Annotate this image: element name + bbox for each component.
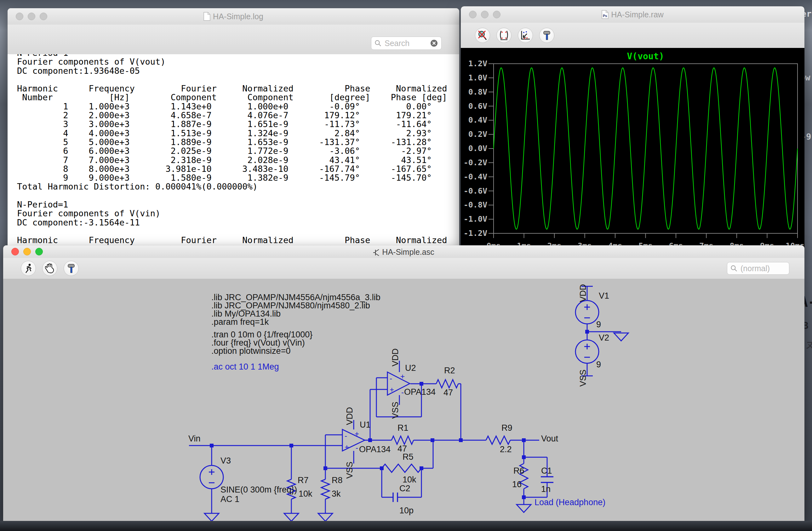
y-tick-label: -0.6V	[464, 186, 487, 196]
opamp-pin-mark: -	[345, 431, 347, 440]
log-content[interactable]: N-Period=1 Fourier components of V(vout)…	[8, 54, 459, 258]
log-toolbar	[8, 25, 459, 55]
window-title: HA-Simple.log	[8, 12, 459, 23]
desktop: er.ow-9A-Bミヌ HA-Simple.log	[0, 0, 812, 531]
log-titlebar[interactable]: HA-Simple.log	[8, 8, 459, 25]
schematic-label: R5	[403, 452, 414, 462]
schematic-label: Load (Headphone)	[535, 498, 605, 507]
schematic-label: 2.2	[500, 445, 512, 454]
y-tick-label: 0.0V	[468, 144, 487, 153]
raw-toolbar	[461, 23, 804, 48]
raw-window: Ps HA-Simple.raw V(vout)1.2V1.0V0.8V0.6V…	[461, 6, 804, 249]
schematic-label: V2	[599, 333, 609, 343]
schematic-label: 9	[596, 320, 601, 329]
y-tick-label: 1.0V	[468, 73, 487, 82]
tools-hammer-icon[interactable]	[63, 261, 79, 276]
tools-hammer-icon[interactable]	[539, 28, 554, 43]
schematic-window: HA-Simple.asc -++--++-.lib JRC_OPAMP/NJM…	[3, 245, 804, 521]
spice-directive-ac: .ac oct 10 1 1Meg	[211, 362, 279, 372]
schematic-label: 10p	[400, 506, 414, 515]
svg-text:Ps: Ps	[603, 14, 607, 18]
schematic-label: 1n	[541, 484, 551, 494]
schematic-label: SINE(0 300m {freq})	[220, 485, 297, 494]
schematic-label: 3k	[332, 489, 341, 499]
schematic-label: R9	[502, 423, 512, 433]
log-window: HA-Simple.log N-Period=1 Fourier compone…	[8, 8, 459, 258]
schematic-label: R7	[298, 475, 309, 485]
schematic-label: 10k	[299, 489, 313, 499]
asc-search-input[interactable]	[740, 264, 786, 274]
schematic-label: R6	[513, 466, 524, 475]
opamp-pin-mark: -	[356, 443, 358, 452]
schematic-label: C2	[400, 484, 410, 493]
schematic-label: 47	[444, 388, 453, 397]
schematic-label: VSS	[578, 369, 588, 387]
schematic-label: U1	[360, 420, 371, 430]
opamp-pin-mark: +	[400, 372, 405, 381]
y-tick-label: 1.2V	[468, 59, 487, 68]
zoom-cancel-icon[interactable]	[475, 28, 490, 43]
pan-hand-icon[interactable]	[42, 261, 57, 276]
window-title: HA-Simple.asc	[3, 248, 804, 258]
y-tick-label: -0.2V	[464, 158, 487, 167]
schematic-label: VDD	[391, 348, 400, 366]
search-icon	[730, 265, 737, 272]
opamp-pin-mark: +	[355, 430, 359, 438]
schematic-label: OPA134	[404, 387, 436, 397]
opamp-pin-mark: +	[390, 385, 394, 394]
schematic-label: R8	[332, 475, 343, 485]
asc-titlebar[interactable]: HA-Simple.asc	[3, 245, 804, 258]
y-tick-label: -1.2V	[464, 228, 487, 238]
raw-document-icon: Ps	[601, 10, 609, 21]
schematic-label: 9	[596, 360, 601, 369]
schematic-label: 16	[512, 479, 522, 489]
opamp-pin-mark: +	[345, 443, 349, 451]
opamp-pin-mark: -	[390, 374, 392, 382]
y-tick-label: 0.2V	[468, 130, 487, 139]
log-text: N-Period=1 Fourier components of V(vout)…	[17, 54, 447, 254]
schematic-label: VDD	[578, 284, 588, 302]
raw-titlebar[interactable]: Ps HA-Simple.raw	[461, 6, 804, 23]
y-tick-label: 0.8V	[468, 87, 487, 97]
schematic-label: V3	[220, 456, 231, 465]
document-icon	[203, 12, 211, 23]
schematic-label: U2	[405, 363, 416, 373]
clear-search-icon[interactable]	[430, 39, 438, 47]
y-tick-label: -0.8V	[464, 200, 487, 209]
schematic-label: OPA134	[359, 445, 391, 454]
opamp-pin-mark: -	[401, 388, 404, 396]
plot-title: V(vout)	[627, 51, 664, 61]
waveform-plot[interactable]: V(vout)1.2V1.0V0.8V0.6V0.4V0.2V0.0V-0.2V…	[461, 48, 804, 249]
schematic-label: AC 1	[220, 494, 240, 504]
search-icon	[375, 40, 381, 47]
y-tick-label: 0.6V	[468, 101, 487, 111]
autoscale-icon[interactable]	[518, 28, 533, 43]
log-search[interactable]	[371, 37, 441, 50]
desktop-bottom-band	[0, 521, 812, 531]
schematic-label: 10k	[403, 475, 416, 484]
spice-directive: .param freq=1k	[211, 317, 269, 327]
schematic-document-icon	[373, 249, 379, 258]
schematic-canvas[interactable]: -++--++-.lib JRC_OPAMP/NJM4556A/njm4556a…	[3, 279, 804, 521]
schematic-label: V1	[599, 291, 609, 301]
schematic-label: C1	[541, 466, 552, 475]
schematic-label: R1	[397, 423, 408, 433]
plot-pane-icon[interactable]	[496, 28, 511, 43]
y-tick-label: 0.4V	[468, 115, 487, 125]
schematic-label: VSS	[391, 402, 400, 419]
y-tick-label: -0.4V	[464, 172, 487, 181]
spice-directive: .option plotwinsize=0	[211, 346, 290, 356]
schematic-label: R2	[444, 366, 455, 375]
window-title: Ps HA-Simple.raw	[461, 10, 804, 21]
schematic-label: Vout	[541, 434, 559, 443]
asc-search[interactable]	[727, 262, 789, 275]
log-search-input[interactable]	[384, 39, 428, 48]
asc-toolbar	[3, 258, 804, 279]
schematic-label: VDD	[345, 407, 354, 425]
schematic-label: VSS	[345, 462, 354, 479]
run-icon[interactable]	[21, 261, 36, 276]
y-tick-label: -1.0V	[464, 214, 487, 224]
schematic-label: Vin	[188, 434, 201, 443]
